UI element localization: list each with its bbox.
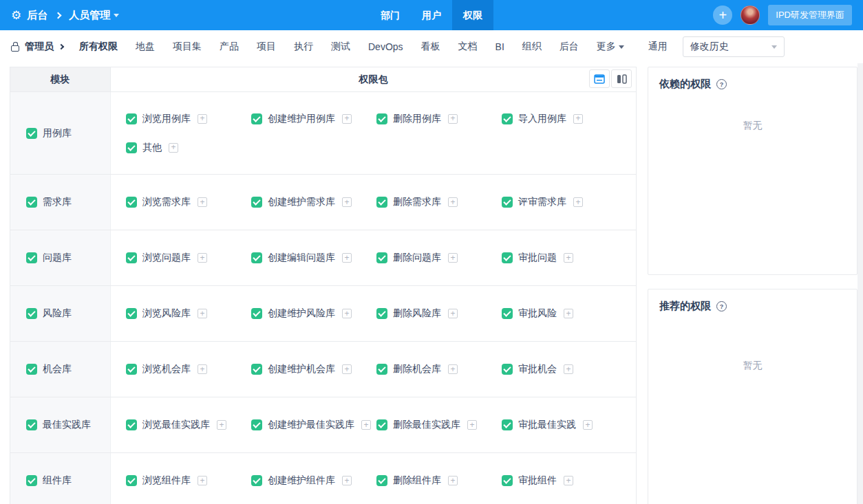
permission-checkbox[interactable]: [126, 197, 137, 208]
permission-checkbox[interactable]: [502, 252, 513, 263]
list-view-button[interactable]: [589, 69, 610, 88]
avatar[interactable]: [741, 6, 760, 25]
navbar-tab-0[interactable]: 部门: [370, 0, 411, 30]
expand-permission-button[interactable]: [198, 476, 207, 485]
toolbar-tab-12[interactable]: 后台: [551, 41, 588, 53]
permission-checkbox[interactable]: [251, 419, 262, 430]
expand-permission-button[interactable]: [342, 309, 352, 318]
column-view-button[interactable]: [611, 69, 632, 88]
permission-checkbox[interactable]: [376, 364, 387, 375]
more-menu[interactable]: 更多: [588, 41, 633, 53]
module-checkbox[interactable]: [26, 364, 37, 375]
toolbar-tab-0[interactable]: 所有权限: [70, 41, 127, 53]
expand-permission-button[interactable]: [169, 143, 178, 153]
toolbar-tab-2[interactable]: 项目集: [164, 41, 211, 53]
expand-permission-button[interactable]: [573, 114, 583, 124]
expand-permission-button[interactable]: [342, 476, 352, 485]
permission-item: 创建维护最佳实践库: [251, 419, 376, 431]
toolbar-tab-1[interactable]: 地盘: [127, 41, 164, 53]
toolbar-tab-11[interactable]: 组织: [513, 41, 551, 53]
permission-checkbox[interactable]: [251, 308, 262, 319]
permission-checkbox[interactable]: [376, 197, 387, 208]
expand-permission-button[interactable]: [342, 197, 352, 207]
expand-permission-button[interactable]: [448, 253, 458, 263]
expand-permission-button[interactable]: [564, 253, 573, 263]
recommended-permissions-title: 推荐的权限: [659, 300, 711, 313]
toolbar-tab-10[interactable]: BI: [487, 41, 513, 52]
module-checkbox[interactable]: [26, 252, 37, 263]
workspace-switch-button[interactable]: IPD研发管理界面: [768, 5, 852, 25]
permission-checkbox[interactable]: [376, 308, 387, 319]
expand-permission-button[interactable]: [467, 420, 477, 430]
permission-checkbox[interactable]: [502, 475, 513, 486]
module-checkbox[interactable]: [26, 475, 37, 486]
permission-checkbox[interactable]: [502, 308, 513, 319]
expand-permission-button[interactable]: [217, 420, 226, 430]
context-dropdown[interactable]: 人员管理: [69, 9, 119, 22]
permission-checkbox[interactable]: [376, 419, 387, 430]
expand-permission-button[interactable]: [198, 197, 207, 207]
permission-checkbox[interactable]: [126, 252, 137, 263]
permission-checkbox[interactable]: [251, 197, 262, 208]
navbar-tab-2[interactable]: 权限: [452, 0, 493, 30]
expand-permission-button[interactable]: [448, 197, 458, 207]
expand-permission-button[interactable]: [342, 253, 352, 263]
permission-checkbox[interactable]: [126, 142, 137, 153]
module-checkbox[interactable]: [26, 128, 37, 139]
permission-grid: 浏览需求库创建维护需求库删除需求库评审需求库: [111, 175, 636, 230]
permission-checkbox[interactable]: [251, 475, 262, 486]
toolbar-tab-8[interactable]: 看板: [412, 41, 449, 53]
view-toggle: [589, 69, 632, 88]
role-selector[interactable]: 管理员: [11, 41, 54, 53]
permission-checkbox[interactable]: [502, 197, 513, 208]
expand-permission-button[interactable]: [448, 309, 458, 318]
expand-permission-button[interactable]: [342, 364, 352, 374]
permission-checkbox[interactable]: [126, 364, 137, 375]
permission-checkbox[interactable]: [502, 419, 513, 430]
permission-checkbox[interactable]: [376, 113, 387, 124]
permission-checkbox[interactable]: [126, 308, 137, 319]
scrollbar[interactable]: [857, 63, 863, 504]
expand-permission-button[interactable]: [198, 114, 207, 124]
tab-general[interactable]: 通用: [648, 41, 668, 53]
permission-checkbox[interactable]: [251, 364, 262, 375]
permission-checkbox[interactable]: [126, 419, 137, 430]
expand-permission-button[interactable]: [564, 364, 573, 374]
expand-permission-button[interactable]: [448, 114, 458, 124]
expand-permission-button[interactable]: [573, 197, 583, 207]
toolbar-tab-7[interactable]: DevOps: [359, 41, 412, 52]
permission-checkbox[interactable]: [251, 113, 262, 124]
permission-checkbox[interactable]: [126, 475, 137, 486]
expand-permission-button[interactable]: [564, 476, 573, 485]
permission-checkbox[interactable]: [502, 113, 513, 124]
expand-permission-button[interactable]: [198, 253, 207, 263]
module-checkbox[interactable]: [26, 197, 37, 208]
expand-permission-button[interactable]: [198, 309, 207, 318]
module-checkbox[interactable]: [26, 308, 37, 319]
help-icon[interactable]: [716, 79, 727, 89]
expand-permission-button[interactable]: [342, 114, 352, 124]
expand-permission-button[interactable]: [564, 309, 573, 318]
navbar-tab-1[interactable]: 用户: [411, 0, 452, 30]
add-button[interactable]: +: [713, 6, 732, 25]
toolbar-tab-6[interactable]: 测试: [322, 41, 359, 53]
toolbar-tab-3[interactable]: 产品: [211, 41, 248, 53]
permission-checkbox[interactable]: [376, 475, 387, 486]
expand-permission-button[interactable]: [448, 364, 458, 374]
breadcrumb: ⚙ 后台 人员管理: [11, 9, 119, 22]
expand-permission-button[interactable]: [361, 420, 371, 430]
toolbar-tab-5[interactable]: 执行: [285, 41, 322, 53]
toolbar-tab-4[interactable]: 项目: [248, 41, 285, 53]
expand-permission-button[interactable]: [583, 420, 593, 430]
toolbar-tab-9[interactable]: 文档: [449, 41, 487, 53]
brand-label[interactable]: 后台: [27, 9, 47, 22]
permission-checkbox[interactable]: [502, 364, 513, 375]
module-checkbox[interactable]: [26, 419, 37, 430]
expand-permission-button[interactable]: [198, 364, 207, 374]
permission-checkbox[interactable]: [126, 113, 137, 124]
expand-permission-button[interactable]: [448, 476, 458, 485]
history-select[interactable]: 修改历史: [683, 36, 785, 57]
permission-checkbox[interactable]: [251, 252, 262, 263]
permission-checkbox[interactable]: [376, 252, 387, 263]
help-icon[interactable]: [716, 301, 727, 311]
